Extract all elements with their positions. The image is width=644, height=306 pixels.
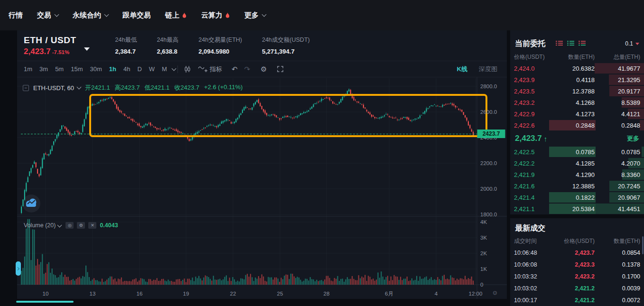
timeframe-5m[interactable]: 5m — [55, 65, 64, 73]
indicator-button[interactable]: 指标 — [198, 65, 222, 74]
volume-close-icon[interactable]: ✕ — [88, 222, 96, 229]
nav-item-7[interactable]: 更多 — [244, 11, 266, 20]
timeframe-3m[interactable]: 3m — [39, 65, 48, 73]
ask-row[interactable]: 2,423.512.378820.9177 — [510, 85, 644, 97]
trade-row[interactable]: 10:06:482,423.70.0854 — [510, 247, 644, 259]
stat-value: 2,638.8 — [157, 48, 178, 55]
nav-item-2[interactable]: 交易 — [37, 11, 58, 20]
timeframe-W[interactable]: W — [149, 65, 155, 73]
svg-text:2423.7: 2423.7 — [483, 130, 500, 137]
precision-selector[interactable]: 0.1 — [625, 40, 639, 47]
order-price: 2,424.0 — [514, 65, 552, 72]
timeframe-15m[interactable]: 15m — [71, 65, 83, 73]
market-header: ETH / USDT 2,423.7 -7.51% 24h最低2,384.724… — [17, 30, 507, 61]
view-both-icon[interactable] — [579, 41, 586, 47]
timeframe-4h[interactable]: 4h — [123, 65, 130, 73]
trade-row[interactable]: 10:06:082,423.30.1378 — [510, 259, 644, 270]
indicator-label: 指标 — [210, 65, 222, 74]
redo-icon[interactable]: ↷ — [244, 65, 251, 74]
tab-depth-chart[interactable]: 深度图 — [479, 65, 497, 74]
more-link[interactable]: 更多 — [627, 134, 639, 143]
svg-text:6月: 6月 — [385, 291, 393, 297]
order-price: 2,422.9 — [514, 111, 552, 118]
current-price-tag: 2423.7 — [477, 130, 505, 138]
order-qty: 4.1290 — [552, 171, 595, 178]
chevron-down-icon — [262, 12, 267, 17]
timeframe-1m[interactable]: 1m — [24, 65, 32, 73]
tab-kline[interactable]: K线 — [457, 65, 467, 74]
view-bids-icon[interactable] — [567, 41, 574, 47]
stat-label: 24h交易量(ETH) — [198, 36, 242, 44]
svg-text:10: 10 — [43, 291, 49, 297]
order-total: 20.7245 — [595, 183, 640, 190]
side-panel-toggle[interactable] — [16, 261, 21, 276]
undo-icon[interactable]: ↶ — [232, 65, 238, 74]
bid-row[interactable]: 2,422.24.12854.2070 — [510, 158, 644, 169]
time-axis: 101316192225286月412:00 — [43, 291, 483, 297]
pair-dropdown-icon[interactable] — [84, 47, 90, 51]
nav-item-3[interactable]: 永续合约 — [73, 11, 108, 20]
bid-row[interactable]: 2,421.40.182220.9067 — [510, 192, 644, 203]
legend-collapse-icon[interactable]: − — [23, 85, 29, 91]
volume-dropdown-icon[interactable] — [57, 223, 62, 227]
recent-trades-list: 成交时间价格(USDT)数量(ETH) 10:06:482,423.70.085… — [510, 235, 644, 306]
nav-item-5[interactable]: 链上 — [165, 11, 187, 20]
ohlc-value: 开2421.1 — [85, 83, 110, 92]
column-header: 价格(USDT) — [552, 237, 595, 245]
view-asks-icon[interactable] — [556, 41, 563, 47]
vertical-scrollbar-thumb[interactable] — [642, 236, 644, 254]
nav-item-label: 更多 — [244, 11, 259, 20]
bid-row[interactable]: 2,421.120.538441.4451 — [510, 203, 644, 214]
bid-row[interactable]: 2,421.94.12908.3360 — [510, 169, 644, 180]
order-qty: 4.1273 — [552, 111, 595, 118]
timeframe-M[interactable]: M — [162, 65, 167, 73]
svg-text:2K: 2K — [480, 250, 487, 256]
chart-canvas[interactable]: 2800.02600.02400.02200.02000.01800.02423… — [17, 77, 507, 299]
ask-row[interactable]: 2,423.90.411821.3295 — [510, 74, 644, 85]
chart-toolbar: 1m3m5m15m30m1h4hDWM 指标 ↶ ↷ ⚙ K线 深度图 — [17, 61, 507, 77]
stat-label: 24h最低 — [115, 36, 137, 44]
volume-settings-icon[interactable]: ⚙ — [77, 222, 85, 229]
order-total: 4.2070 — [595, 160, 640, 167]
svg-text:0: 0 — [480, 282, 483, 287]
ask-row[interactable]: 2,422.94.12734.4121 — [510, 108, 644, 120]
order-price: 2,421.1 — [514, 205, 552, 213]
bid-row[interactable]: 2,422.50.07850.0785 — [510, 146, 644, 158]
trade-price: 2,421.2 — [552, 297, 595, 304]
timeframe-D[interactable]: D — [137, 65, 141, 73]
trade-qty: 0.0072 — [595, 297, 640, 304]
fullscreen-icon[interactable] — [277, 65, 284, 73]
mid-price: 2,423.7 — [515, 134, 542, 143]
pair-selector[interactable]: ETH / USDT 2,423.7 -7.51% — [24, 35, 90, 56]
candle-style-icon[interactable] — [184, 65, 191, 73]
timeframe-30m[interactable]: 30m — [90, 65, 102, 73]
order-qty: 20.6382 — [552, 65, 595, 72]
order-total: 8.3360 — [595, 171, 640, 178]
timeframe-1h[interactable]: 1h — [109, 65, 116, 73]
candlestick-chart[interactable]: 2800.02600.02400.02200.02000.01800.02423… — [17, 77, 507, 299]
horizontal-scrollbar-thumb[interactable] — [16, 301, 74, 303]
trade-row[interactable]: 10:03:022,421.20.0039 — [510, 282, 644, 294]
svg-text:4: 4 — [435, 291, 438, 297]
settings-gear-icon[interactable]: ⚙ — [261, 65, 267, 74]
nav-item-1[interactable]: 行情 — [9, 11, 23, 20]
theme-sun-icon[interactable]: ☼ — [492, 288, 498, 296]
column-header: 总量(ETH) — [595, 53, 640, 61]
bid-row[interactable]: 2,421.612.388520.7245 — [510, 180, 644, 192]
nav-item-6[interactable]: 云算力 — [201, 11, 230, 20]
divider — [177, 65, 178, 73]
precision-value: 0.1 — [625, 40, 633, 47]
nav-item-4[interactable]: 跟单交易 — [122, 11, 151, 20]
svg-text:2600.0: 2600.0 — [480, 109, 497, 115]
ask-row[interactable]: 2,422.60.28480.2848 — [510, 120, 644, 131]
svg-text:1800.0: 1800.0 — [480, 212, 497, 217]
trade-row[interactable]: 10:00:172,421.20.0072 — [510, 294, 644, 306]
ask-row[interactable]: 2,424.020.638241.9677 — [510, 63, 644, 74]
volume-visibility-icon[interactable]: ◎ — [65, 222, 74, 229]
stat-value: 2,094.5980 — [198, 48, 242, 55]
annotation-box[interactable] — [90, 95, 486, 136]
ask-row[interactable]: 2,423.24.12688.5389 — [510, 97, 644, 108]
legend-dropdown-icon[interactable] — [77, 84, 82, 89]
trade-row[interactable]: 10:03:322,423.20.1700 — [510, 270, 644, 282]
volume-value: 0.4043 — [100, 222, 118, 229]
